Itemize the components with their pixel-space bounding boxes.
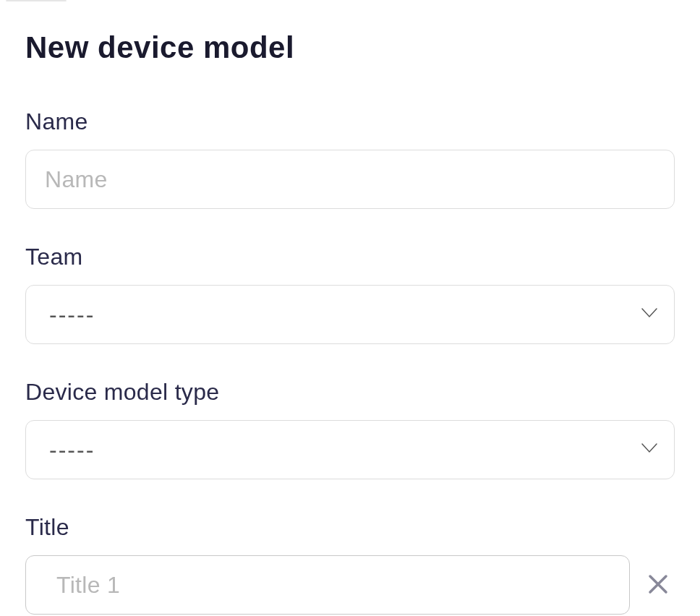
team-select[interactable]: -----	[25, 285, 675, 344]
name-label: Name	[25, 108, 675, 135]
title-label: Title	[25, 514, 675, 541]
device-model-type-label: Device model type	[25, 379, 675, 406]
title-row	[25, 555, 675, 615]
team-select-wrapper: -----	[25, 285, 675, 344]
name-field-group: Name	[25, 108, 675, 209]
top-pill	[6, 0, 67, 1]
device-model-type-field-group: Device model type -----	[25, 379, 675, 479]
team-label: Team	[25, 244, 675, 270]
name-input[interactable]	[25, 150, 675, 209]
device-model-type-select-wrapper: -----	[25, 420, 675, 479]
title-input[interactable]	[25, 555, 630, 615]
title-field-group: Title	[25, 514, 675, 615]
close-icon	[647, 573, 669, 597]
team-field-group: Team -----	[25, 244, 675, 344]
remove-title-button[interactable]	[641, 568, 675, 603]
device-model-type-select[interactable]: -----	[25, 420, 675, 479]
page-title: New device model	[25, 30, 675, 65]
form-container: New device model Name Team ----- Device …	[0, 30, 700, 616]
